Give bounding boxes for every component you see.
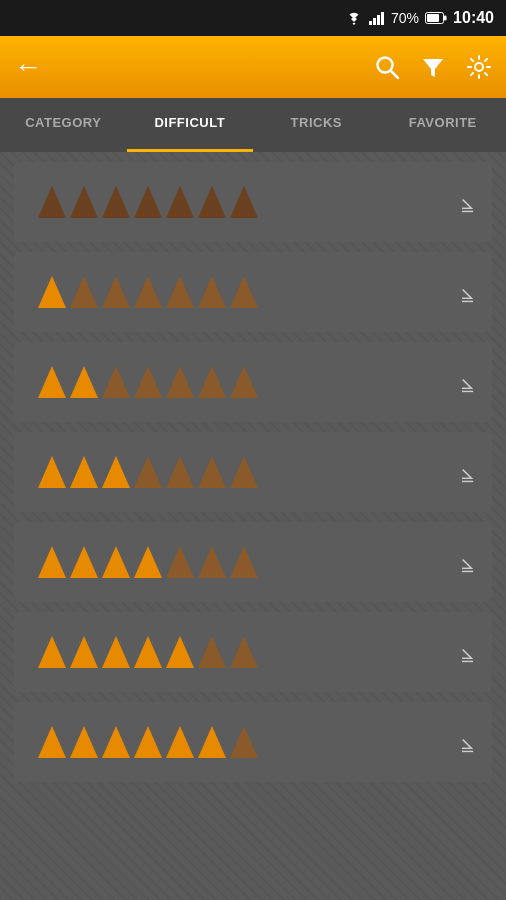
svg-marker-51 <box>230 636 258 668</box>
svg-marker-28 <box>166 366 194 398</box>
svg-marker-52 <box>38 726 66 758</box>
svg-marker-23 <box>230 276 258 308</box>
chevron-down-icon-4: ⦥ <box>461 459 474 485</box>
svg-marker-47 <box>102 636 130 668</box>
svg-marker-27 <box>134 366 162 398</box>
cones-6 <box>38 636 258 668</box>
svg-rect-6 <box>444 16 447 21</box>
chevron-down-icon-7: ⦥ <box>461 729 474 755</box>
svg-marker-26 <box>102 366 130 398</box>
difficulty-row-1[interactable]: ⦥ <box>14 162 492 242</box>
wifi-icon <box>345 11 363 25</box>
svg-marker-34 <box>134 456 162 488</box>
svg-point-9 <box>475 63 483 71</box>
svg-marker-15 <box>198 186 226 218</box>
svg-marker-13 <box>134 186 162 218</box>
svg-marker-45 <box>38 636 66 668</box>
settings-button[interactable] <box>466 54 492 80</box>
svg-marker-14 <box>166 186 194 218</box>
cones-7 <box>38 726 258 758</box>
svg-marker-17 <box>38 276 66 308</box>
svg-marker-12 <box>102 186 130 218</box>
svg-rect-5 <box>427 14 439 22</box>
difficulty-row-3[interactable]: ⦥ <box>14 342 492 422</box>
svg-marker-16 <box>230 186 258 218</box>
toolbar-left: ← <box>14 51 42 83</box>
status-icons: 70% 10:40 <box>345 9 494 27</box>
toolbar-right <box>374 54 492 80</box>
svg-marker-22 <box>198 276 226 308</box>
svg-marker-42 <box>166 546 194 578</box>
cones-4 <box>38 456 258 488</box>
svg-rect-1 <box>373 18 376 25</box>
svg-marker-25 <box>70 366 98 398</box>
battery-text: 70% <box>391 10 419 26</box>
svg-marker-35 <box>166 456 194 488</box>
svg-rect-3 <box>381 12 384 25</box>
svg-marker-21 <box>166 276 194 308</box>
svg-marker-30 <box>230 366 258 398</box>
difficulty-row-4[interactable]: ⦥ <box>14 432 492 512</box>
difficulty-row-5[interactable]: ⦥ <box>14 522 492 602</box>
filter-icon <box>420 54 446 80</box>
svg-marker-24 <box>38 366 66 398</box>
svg-marker-36 <box>198 456 226 488</box>
svg-marker-32 <box>70 456 98 488</box>
tabs-bar: CATEGORY DIFFICULT TRICKS FAVORITE <box>0 98 506 152</box>
search-icon <box>374 54 400 80</box>
svg-marker-10 <box>38 186 66 218</box>
cones-1 <box>38 186 258 218</box>
chevron-down-icon-5: ⦥ <box>461 549 474 575</box>
tab-favorite[interactable]: FAVORITE <box>380 98 507 152</box>
svg-marker-31 <box>38 456 66 488</box>
svg-marker-38 <box>38 546 66 578</box>
chevron-down-icon-1: ⦥ <box>461 189 474 215</box>
svg-marker-49 <box>166 636 194 668</box>
cones-3 <box>38 366 258 398</box>
filter-button[interactable] <box>420 54 446 80</box>
svg-marker-46 <box>70 636 98 668</box>
svg-marker-19 <box>102 276 130 308</box>
svg-rect-2 <box>377 15 380 25</box>
difficulty-row-2[interactable]: ⦥ <box>14 252 492 332</box>
chevron-down-icon-3: ⦥ <box>461 369 474 395</box>
cones-5 <box>38 546 258 578</box>
svg-line-8 <box>391 71 399 79</box>
tab-category[interactable]: CATEGORY <box>0 98 127 152</box>
toolbar: ← <box>0 36 506 98</box>
search-button[interactable] <box>374 54 400 80</box>
svg-rect-0 <box>369 21 372 25</box>
svg-marker-57 <box>198 726 226 758</box>
status-bar: 70% 10:40 <box>0 0 506 36</box>
battery-icon <box>425 12 447 24</box>
back-button[interactable]: ← <box>14 51 42 83</box>
difficulty-row-6[interactable]: ⦥ <box>14 612 492 692</box>
svg-marker-33 <box>102 456 130 488</box>
svg-marker-18 <box>70 276 98 308</box>
svg-marker-39 <box>70 546 98 578</box>
svg-marker-54 <box>102 726 130 758</box>
svg-marker-53 <box>70 726 98 758</box>
tab-tricks[interactable]: TRICKS <box>253 98 380 152</box>
svg-marker-43 <box>198 546 226 578</box>
svg-marker-41 <box>134 546 162 578</box>
gear-icon <box>466 54 492 80</box>
svg-marker-11 <box>70 186 98 218</box>
svg-marker-50 <box>198 636 226 668</box>
clock: 10:40 <box>453 9 494 27</box>
svg-marker-55 <box>134 726 162 758</box>
signal-icon <box>369 11 385 25</box>
chevron-down-icon-2: ⦥ <box>461 279 474 305</box>
svg-marker-29 <box>198 366 226 398</box>
svg-marker-44 <box>230 546 258 578</box>
difficulty-list: ⦥ ⦥ ⦥ <box>0 152 506 900</box>
tab-difficult[interactable]: DIFFICULT <box>127 98 254 152</box>
chevron-down-icon-6: ⦥ <box>461 639 474 665</box>
svg-marker-56 <box>166 726 194 758</box>
svg-marker-48 <box>134 636 162 668</box>
svg-marker-58 <box>230 726 258 758</box>
svg-marker-20 <box>134 276 162 308</box>
difficulty-row-7[interactable]: ⦥ <box>14 702 492 782</box>
cones-2 <box>38 276 258 308</box>
svg-marker-40 <box>102 546 130 578</box>
